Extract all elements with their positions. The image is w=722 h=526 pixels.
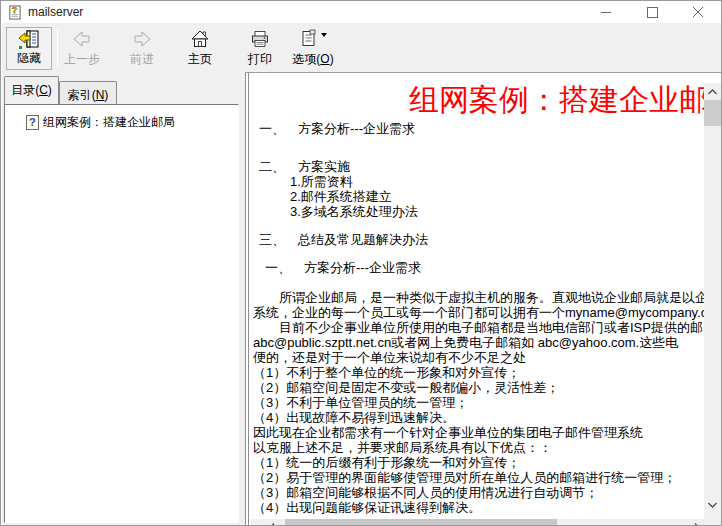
doc-line: （4）出现故障不易得到迅速解决。 (251, 410, 704, 425)
scroll-up-button[interactable] (704, 83, 721, 100)
doc-line: 一、 方案分析---企业需求 (251, 260, 704, 275)
tree-item-topic[interactable]: ? 组网案例：搭建企业邮局 (26, 114, 238, 131)
forward-button-label: 前进 (130, 51, 154, 68)
home-button[interactable]: 主页 (180, 27, 220, 70)
maximize-button[interactable] (629, 1, 675, 23)
scroll-left-button[interactable] (263, 519, 280, 526)
window-title: mailserver (28, 5, 83, 19)
horizontal-scrollbar[interactable] (251, 519, 705, 526)
tree-item-label: 组网案例：搭建企业邮局 (43, 114, 175, 131)
print-button-label: 打印 (248, 51, 272, 68)
back-button[interactable]: 上一步 (60, 27, 104, 70)
doc-line: 1.所需资料 (251, 174, 704, 189)
doc-line: abc@public.szptt.net.cn或者网上免费电子邮箱如 abc@y… (251, 335, 704, 350)
document-body: 组网案例：搭建企业邮局 一、 方案分析---企业需求二、 方案实施1.所需资料2… (251, 73, 704, 525)
doc-line: 因此现在企业都需求有一个针对企事业单位的集团电子邮件管理系统 (251, 425, 704, 440)
chevron-down-icon (708, 502, 717, 508)
minimize-button[interactable] (583, 1, 629, 23)
home-button-label: 主页 (188, 51, 212, 68)
doc-line: （4）出现问题能够保证讯速得到解决。 (251, 500, 704, 515)
chevron-down-icon (321, 33, 327, 37)
scroll-down-button[interactable] (704, 496, 721, 513)
navigation-pane: 目录(C) 索引(N) ? 组网案例：搭建企业邮局 (2, 73, 245, 525)
doc-line: （1）不利于整个单位的统一形象和对外宣传； (251, 365, 704, 380)
toolbar-separator (57, 29, 58, 67)
arrow-right-icon (132, 29, 152, 49)
hide-button-label: 隐藏 (17, 50, 41, 67)
doc-line: 2.邮件系统搭建立 (251, 189, 704, 204)
window-controls (583, 1, 721, 23)
doc-line: 便的，还是对于一个单位来说却有不少不足之处 (251, 350, 704, 365)
doc-line: （3）不利于单位管理员的统一管理； (251, 395, 704, 410)
doc-line: 系统，企业的每一个员工或每一个部门都可以拥有一个myname@mycompany… (251, 305, 704, 320)
hide-panel-icon (18, 30, 40, 50)
horizontal-scrollbar-thumb[interactable] (285, 519, 557, 526)
doc-line: 目前不少企事业单位所使用的电子邮箱都是当地电信部门或者ISP提供的邮 (251, 320, 704, 335)
close-button[interactable] (675, 1, 721, 23)
doc-line: 以克服上述不足，并要求邮局系统具有以下优点：： (251, 440, 704, 455)
tab-index-label: 索引(N) (68, 87, 109, 104)
vertical-scrollbar-thumb[interactable] (704, 100, 721, 126)
contents-tree: ? 组网案例：搭建企业邮局 (4, 104, 239, 523)
vertical-scrollbar[interactable] (704, 83, 721, 525)
toolbar: 隐藏 上一步 前进 主页 (2, 23, 722, 73)
doc-line: （3）邮箱空间能够根据不同人员的使用情况进行自动调节； (251, 485, 704, 500)
close-icon (693, 7, 704, 18)
minimize-icon (601, 7, 612, 18)
back-button-label: 上一步 (64, 51, 100, 68)
svg-text:?: ? (12, 5, 18, 15)
options-icon (299, 29, 319, 49)
help-viewer-window: ? mailserver (0, 0, 722, 526)
doc-line: 二、 方案实施 (251, 159, 704, 174)
svg-text:?: ? (29, 116, 36, 128)
doc-line: （2）易于管理的界面能够使管理员对所在单位人员的邮箱进行统一管理； (251, 470, 704, 485)
options-button-label: 选项(O) (292, 51, 333, 68)
doc-line: 所谓企业邮局，是一种类似于虚拟主机的服务。直观地说企业邮局就是以企 (251, 290, 704, 305)
tab-index[interactable]: 索引(N) (59, 81, 117, 104)
hide-button[interactable]: 隐藏 (6, 27, 52, 70)
topic-pane: 组网案例：搭建企业邮局 一、 方案分析---企业需求二、 方案实施1.所需资料2… (245, 72, 721, 525)
page-title: 组网案例：搭建企业邮局 (409, 85, 704, 115)
help-topic-icon: ? (26, 115, 39, 130)
maximize-icon (647, 7, 658, 18)
document-lines: 一、 方案分析---企业需求二、 方案实施1.所需资料2.邮件系统搭建立3.多域… (251, 121, 704, 515)
print-button[interactable]: 打印 (240, 27, 280, 70)
tab-contents[interactable]: 目录(C) (4, 76, 59, 104)
tab-contents-label: 目录(C) (11, 82, 52, 99)
doc-line: （2）邮箱空间是固定不变或一般都偏小，灵活性差； (251, 380, 704, 395)
title-bar: ? mailserver (1, 1, 721, 23)
arrow-left-icon (72, 29, 92, 49)
chevron-up-icon (708, 89, 717, 95)
scroll-right-button[interactable] (688, 519, 705, 526)
options-button[interactable]: 选项(O) (284, 27, 342, 70)
forward-button[interactable]: 前进 (122, 27, 162, 70)
doc-line: 3.多域名系统处理办法 (251, 204, 704, 219)
help-file-icon: ? (7, 5, 22, 20)
printer-icon (250, 29, 270, 49)
doc-line: （1）统一的后缀有利于形象统一和对外宣传； (251, 455, 704, 470)
doc-line: 三、 总结及常见题解决办法 (251, 232, 704, 247)
home-icon (190, 29, 210, 49)
doc-line: 一、 方案分析---企业需求 (251, 121, 704, 136)
